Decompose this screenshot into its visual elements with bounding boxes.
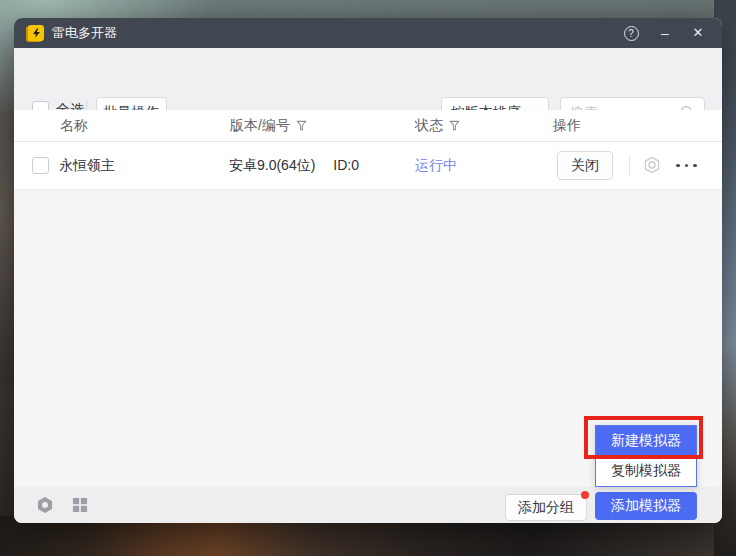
table-header: 名称 版本/编号 状态 操作 [14,110,722,142]
minimize-icon[interactable]: – [651,18,679,48]
row-action-divider [629,156,630,176]
row-checkbox[interactable] [32,157,49,174]
add-group-label: 添加分组 [518,499,574,517]
emulator-id: ID:0 [333,157,359,173]
close-emulator-button[interactable]: 关闭 [557,151,613,180]
filter-icon[interactable] [296,120,307,131]
add-emulator-context-menu: 新建模拟器 复制模拟器 [595,425,697,487]
titlebar[interactable]: 雷电多开器 ? – ✕ [14,18,722,48]
emulator-android-version: 安卓9.0(64位) [229,157,315,173]
close-icon[interactable]: ✕ [684,18,712,48]
settings-icon[interactable] [643,156,661,174]
ldplayer-multi-instance-window: 雷电多开器 ? – ✕ 全选 批量操作 按版本排序 [14,18,722,523]
app-logo-icon [28,25,44,41]
column-header-status-label: 状态 [415,110,443,141]
column-header-status: 状态 [415,110,460,141]
notification-dot-badge [581,491,589,499]
help-icon[interactable]: ? [617,18,645,48]
add-emulator-button[interactable]: 添加模拟器 [595,492,697,520]
column-header-action: 操作 [553,110,581,141]
column-header-version-label: 版本/编号 [230,110,290,141]
add-group-button[interactable]: 添加分组 [505,494,587,521]
emulator-version: 安卓9.0(64位) ID:0 [229,142,359,189]
menu-item-new-emulator[interactable]: 新建模拟器 [596,426,696,456]
window-title: 雷电多开器 [52,18,117,48]
column-header-name: 名称 [60,110,88,141]
toolbar: 全选 批量操作 按版本排序 [14,48,722,110]
footer-bar: 添加分组 添加模拟器 [14,487,722,523]
column-header-version: 版本/编号 [230,110,307,141]
table-row: 永恒领主 安卓9.0(64位) ID:0 运行中 关闭 [14,142,722,190]
screen: 雷电多开器 ? – ✕ 全选 批量操作 按版本排序 [0,0,736,556]
status-badge: 运行中 [415,142,457,189]
grid-view-icon[interactable] [72,497,88,513]
menu-item-copy-emulator[interactable]: 复制模拟器 [596,456,696,486]
lightning-bolt-icon [31,27,42,39]
global-settings-icon[interactable] [36,496,54,514]
filter-icon[interactable] [449,120,460,131]
more-options-icon[interactable] [676,142,697,189]
emulator-name: 永恒领主 [59,142,115,189]
